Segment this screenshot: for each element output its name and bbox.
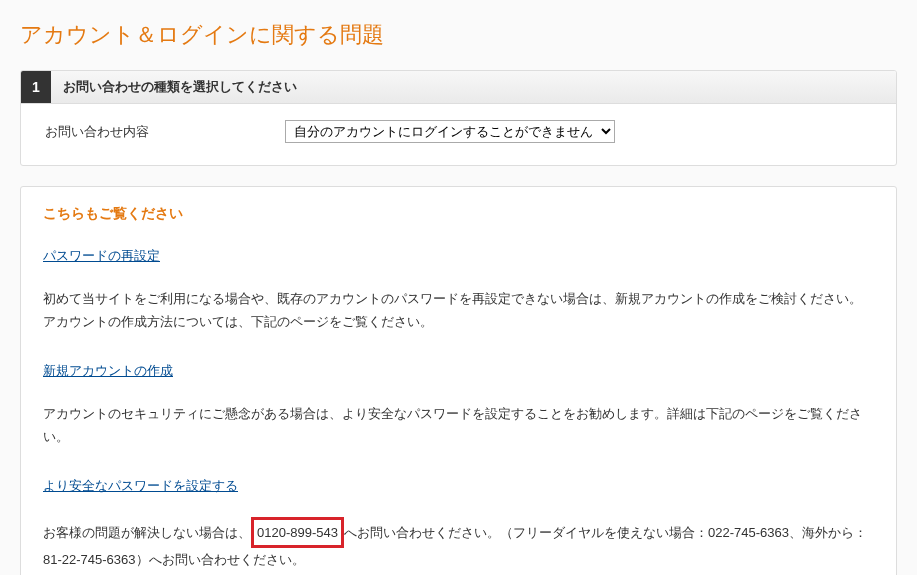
step-number: 1	[21, 71, 51, 103]
info-block-3: より安全なパスワードを設定する お客様の問題が解決しない場合は、0120-899…	[43, 477, 874, 572]
password-reset-link[interactable]: パスワードの再設定	[43, 247, 160, 265]
create-account-link[interactable]: 新規アカウントの作成	[43, 362, 173, 380]
inquiry-content-label: お問い合わせ内容	[45, 123, 285, 141]
info-block-2: 新規アカウントの作成 アカウントのセキュリティにご懸念がある場合は、より安全なパ…	[43, 362, 874, 449]
safer-password-link[interactable]: より安全なパスワードを設定する	[43, 477, 238, 495]
info-text-1: 初めて当サイトをご利用になる場合や、既存のアカウントのパスワードを再設定できない…	[43, 287, 874, 334]
step-panel: 1 お問い合わせの種類を選択してください お問い合わせ内容 自分のアカウントにロ…	[20, 70, 897, 166]
contact-phone-highlight: 0120-899-543	[251, 517, 344, 548]
info-section-title: こちらもご覧ください	[43, 205, 874, 223]
info-block-1: パスワードの再設定 初めて当サイトをご利用になる場合や、既存のアカウントのパスワ…	[43, 247, 874, 334]
step-title: お問い合わせの種類を選択してください	[51, 71, 309, 103]
contact-prefix: お客様の問題が解決しない場合は、	[43, 525, 251, 540]
inquiry-content-select[interactable]: 自分のアカウントにログインすることができません	[285, 120, 615, 143]
contact-text: お客様の問題が解決しない場合は、0120-899-543へお問い合わせください。…	[43, 517, 874, 572]
step-header: 1 お問い合わせの種類を選択してください	[21, 71, 896, 104]
form-row: お問い合わせ内容 自分のアカウントにログインすることができません	[21, 104, 896, 165]
page-title: アカウント＆ログインに関する問題	[20, 20, 897, 50]
info-panel: こちらもご覧ください パスワードの再設定 初めて当サイトをご利用になる場合や、既…	[20, 186, 897, 575]
info-text-2: アカウントのセキュリティにご懸念がある場合は、より安全なパスワードを設定すること…	[43, 402, 874, 449]
